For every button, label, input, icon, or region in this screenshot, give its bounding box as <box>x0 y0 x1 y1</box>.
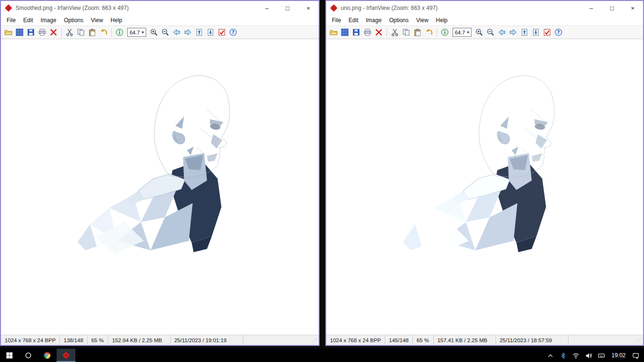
titlebar[interactable]: Smoothed.png - IrfanView (Zoom: 663 x 49… <box>1 1 319 15</box>
thumbnails-grid-icon <box>16 28 24 36</box>
zoom-out-button[interactable] <box>485 27 496 38</box>
help-button[interactable] <box>228 27 239 38</box>
checkmark-button[interactable] <box>216 27 227 38</box>
minimize-button[interactable]: – <box>581 1 602 15</box>
titlebar[interactable]: uno.png - IrfanView (Zoom: 663 x 497) – … <box>326 1 643 15</box>
menu-edit[interactable]: Edit <box>345 16 362 25</box>
zoom-in-button[interactable] <box>474 27 485 38</box>
menu-image[interactable]: Image <box>362 16 385 25</box>
open-folder-icon <box>4 28 12 36</box>
menu-view[interactable]: View <box>87 16 107 25</box>
irfanview-logo-icon <box>5 4 12 12</box>
page-down-button[interactable] <box>205 27 216 38</box>
delete-button[interactable] <box>373 27 384 38</box>
page-up-button[interactable] <box>194 27 205 38</box>
next-file-button[interactable] <box>182 27 193 38</box>
keyboard-icon <box>598 352 605 359</box>
print-button[interactable] <box>37 27 48 38</box>
bluetooth-icon <box>560 352 567 359</box>
zoom-select[interactable]: 64.7 <box>453 28 471 37</box>
menubar: File Edit Image Options View Help <box>1 15 319 25</box>
menu-help[interactable]: Help <box>432 16 452 25</box>
desktop: Smoothed.png - IrfanView (Zoom: 663 x 49… <box>0 0 644 362</box>
zoom-in-button[interactable] <box>149 27 159 38</box>
rendered-head-image <box>1 39 319 273</box>
cut-button[interactable] <box>64 27 75 38</box>
keyboard-button[interactable] <box>595 349 608 362</box>
maximize-button[interactable]: □ <box>277 1 298 15</box>
resize-grip[interactable]: ⋰ <box>243 335 319 345</box>
thumbnails-button[interactable] <box>14 27 25 38</box>
floppy-save-icon <box>352 28 360 36</box>
zoom-value: 64.7 <box>455 30 465 35</box>
zoom-select[interactable]: 64.7 <box>127 28 146 37</box>
page-down-icon <box>206 28 215 36</box>
paste-button[interactable] <box>87 27 98 38</box>
browser-button[interactable] <box>38 349 57 362</box>
menu-view[interactable]: View <box>413 16 432 25</box>
window-title: Smoothed.png - IrfanView (Zoom: 663 x 49… <box>16 5 253 11</box>
menu-edit[interactable]: Edit <box>19 16 37 25</box>
irfanview-window-smoothed: Smoothed.png - IrfanView (Zoom: 663 x 49… <box>0 0 320 346</box>
irfanview-taskbar-button[interactable] <box>57 349 75 362</box>
page-down-icon <box>532 28 540 36</box>
close-button[interactable]: × <box>622 1 643 15</box>
delete-button[interactable] <box>48 27 59 38</box>
action-center-button[interactable] <box>629 349 642 362</box>
page-down-button[interactable] <box>530 27 541 38</box>
copy-button[interactable] <box>75 27 86 38</box>
cut-button[interactable] <box>389 27 400 38</box>
copy-button[interactable] <box>401 27 412 38</box>
tray-expand-button[interactable] <box>544 349 557 362</box>
print-button[interactable] <box>362 27 373 38</box>
clipboard-paste-icon <box>413 28 421 36</box>
delete-x-icon <box>50 28 58 36</box>
menubar: File Edit Image Options View Help <box>326 15 643 25</box>
image-viewport[interactable] <box>1 39 319 335</box>
close-button[interactable]: × <box>298 1 319 15</box>
menu-image[interactable]: Image <box>37 16 60 25</box>
menu-file[interactable]: File <box>3 16 19 25</box>
open-button[interactable] <box>3 27 14 38</box>
open-button[interactable] <box>328 27 339 38</box>
image-info-button[interactable] <box>439 27 450 38</box>
checkmark-button[interactable] <box>542 27 553 38</box>
next-file-button[interactable] <box>508 27 519 38</box>
image-info-button[interactable] <box>114 27 125 38</box>
resize-grip[interactable]: ⋰ <box>569 335 643 345</box>
volume-button[interactable] <box>582 349 595 362</box>
menu-file[interactable]: File <box>328 16 345 25</box>
irfanview-window-uno: uno.png - IrfanView (Zoom: 663 x 497) – … <box>325 0 644 346</box>
paste-button[interactable] <box>412 27 423 38</box>
save-button[interactable] <box>25 27 36 38</box>
arrow-left-icon <box>498 28 506 36</box>
wifi-button[interactable] <box>570 349 582 362</box>
page-up-button[interactable] <box>519 27 530 38</box>
undo-button[interactable] <box>98 27 109 38</box>
irfanview-icon <box>62 352 70 359</box>
minimize-button[interactable]: – <box>256 1 277 15</box>
previous-file-button[interactable] <box>496 27 507 38</box>
arrow-right-icon <box>509 28 517 36</box>
cortana-button[interactable] <box>19 349 38 362</box>
zoom-out-icon <box>161 28 169 36</box>
status-datetime: 25/11/2023 / 18:57:59 <box>496 335 569 345</box>
system-tray: 19:02 <box>544 349 644 362</box>
menu-help[interactable]: Help <box>107 16 126 25</box>
help-button[interactable] <box>553 27 564 38</box>
zoom-out-button[interactable] <box>160 27 171 38</box>
undo-button[interactable] <box>423 27 434 38</box>
taskbar-clock[interactable]: 19:02 <box>608 352 629 359</box>
menu-options[interactable]: Options <box>60 16 87 25</box>
start-button[interactable] <box>0 349 19 362</box>
image-viewport[interactable] <box>326 39 643 335</box>
statusbar: 1024 x 768 x 24 BPP 138/148 65 % 152.94 … <box>1 335 319 345</box>
info-icon <box>441 28 449 36</box>
thumbnails-button[interactable] <box>339 27 350 38</box>
previous-file-button[interactable] <box>171 27 182 38</box>
open-folder-icon <box>330 28 338 36</box>
save-button[interactable] <box>351 27 362 38</box>
maximize-button[interactable]: □ <box>602 1 622 15</box>
menu-options[interactable]: Options <box>385 16 412 25</box>
bluetooth-button[interactable] <box>557 349 570 362</box>
